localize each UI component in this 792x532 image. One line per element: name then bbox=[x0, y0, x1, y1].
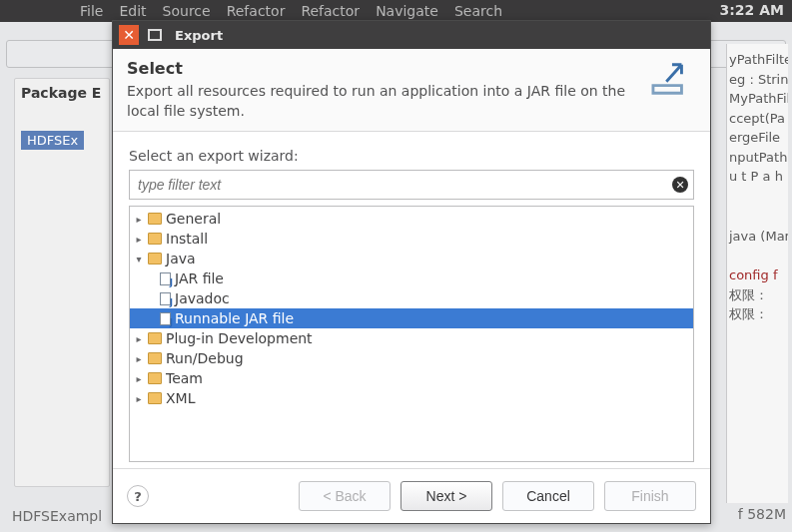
tree-item-run-debug[interactable]: ▸Run/Debug bbox=[130, 348, 693, 368]
tree-item-java[interactable]: ▾Java bbox=[130, 249, 693, 268]
outline-line: nputPath bbox=[729, 148, 786, 168]
cancel-button[interactable]: Cancel bbox=[502, 481, 594, 511]
folder-icon bbox=[148, 352, 162, 364]
dialog-body: Select an export wizard: ✕ ▸General ▸Ins… bbox=[113, 132, 710, 468]
filter-input[interactable] bbox=[129, 170, 694, 200]
wizard-select-label: Select an export wizard: bbox=[129, 148, 694, 164]
tree-item-general[interactable]: ▸General bbox=[130, 209, 693, 229]
menu-edit[interactable]: Edit bbox=[119, 3, 146, 19]
breadcrumb-label: java (Mar bbox=[729, 227, 786, 247]
finish-button[interactable]: Finish bbox=[604, 481, 696, 511]
package-explorer-title: Package E bbox=[21, 85, 103, 101]
next-button[interactable]: Next > bbox=[400, 481, 492, 511]
back-button[interactable]: < Back bbox=[299, 481, 391, 511]
heap-status: f 582M bbox=[738, 506, 786, 522]
console-line: config f bbox=[729, 266, 786, 285]
folder-icon bbox=[148, 213, 162, 225]
folder-icon bbox=[148, 372, 162, 384]
dialog-footer: ? < Back Next > Cancel Finish bbox=[113, 468, 710, 523]
maximize-icon[interactable] bbox=[145, 25, 165, 45]
menu-refactor-2[interactable]: Refactor bbox=[301, 3, 360, 19]
outline-line: ergeFile bbox=[729, 128, 786, 148]
header-description: Export all resources required to run an … bbox=[127, 82, 626, 121]
tree-item-team[interactable]: ▸Team bbox=[130, 368, 693, 388]
help-icon[interactable]: ? bbox=[127, 485, 149, 507]
tree-item-xml[interactable]: ▸XML bbox=[130, 388, 693, 408]
export-dialog: ✕ Export Select Export all resources req… bbox=[112, 20, 711, 524]
tree-item-javadoc[interactable]: Javadoc bbox=[130, 288, 693, 308]
package-explorer[interactable]: Package E HDFSEx bbox=[14, 78, 110, 487]
menu-navigate[interactable]: Navigate bbox=[376, 3, 438, 19]
close-icon[interactable]: ✕ bbox=[119, 25, 139, 45]
jar-icon bbox=[160, 292, 171, 305]
editor-tab-label[interactable]: HDFSExampl bbox=[12, 508, 102, 524]
dialog-title: Export bbox=[175, 28, 223, 43]
project-item[interactable]: HDFSEx bbox=[21, 131, 84, 150]
header-title: Select bbox=[127, 59, 640, 78]
menu-search[interactable]: Search bbox=[454, 3, 502, 19]
system-menubar: File Edit Source Refactor Refactor Navig… bbox=[0, 0, 792, 22]
system-clock: 3:22 AM bbox=[720, 2, 784, 18]
outline-view: yPathFilte eg : String MyPathFill ccept(… bbox=[726, 44, 788, 503]
outline-line: u t P a h bbox=[729, 167, 786, 187]
wizard-tree[interactable]: ▸General ▸Install ▾Java JAR file Javadoc… bbox=[129, 206, 694, 462]
console-line: 权限： bbox=[729, 285, 786, 305]
folder-icon bbox=[148, 392, 162, 404]
jar-icon bbox=[160, 312, 171, 325]
outline-line: MyPathFill bbox=[729, 89, 786, 109]
folder-icon bbox=[148, 332, 162, 344]
clear-filter-icon[interactable]: ✕ bbox=[672, 177, 688, 193]
menu-source[interactable]: Source bbox=[163, 3, 211, 19]
outline-line: yPathFilte bbox=[729, 50, 786, 70]
dialog-titlebar[interactable]: ✕ Export bbox=[113, 21, 710, 49]
tree-item-runnable-jar[interactable]: Runnable JAR file bbox=[130, 308, 693, 328]
folder-icon bbox=[148, 233, 162, 245]
outline-line: ccept(Pa bbox=[729, 109, 786, 129]
tree-item-jar-file[interactable]: JAR file bbox=[130, 268, 693, 288]
folder-icon bbox=[148, 253, 162, 265]
menu-file[interactable]: File bbox=[80, 3, 103, 19]
export-icon bbox=[646, 59, 696, 97]
console-line: 权限： bbox=[729, 304, 786, 324]
tree-item-plugin-dev[interactable]: ▸Plug-in Development bbox=[130, 328, 693, 348]
jar-icon bbox=[160, 272, 171, 285]
menu-refactor[interactable]: Refactor bbox=[227, 3, 286, 19]
tree-item-install[interactable]: ▸Install bbox=[130, 229, 693, 249]
dialog-header: Select Export all resources required to … bbox=[113, 49, 710, 132]
outline-line: eg : String bbox=[729, 70, 786, 90]
